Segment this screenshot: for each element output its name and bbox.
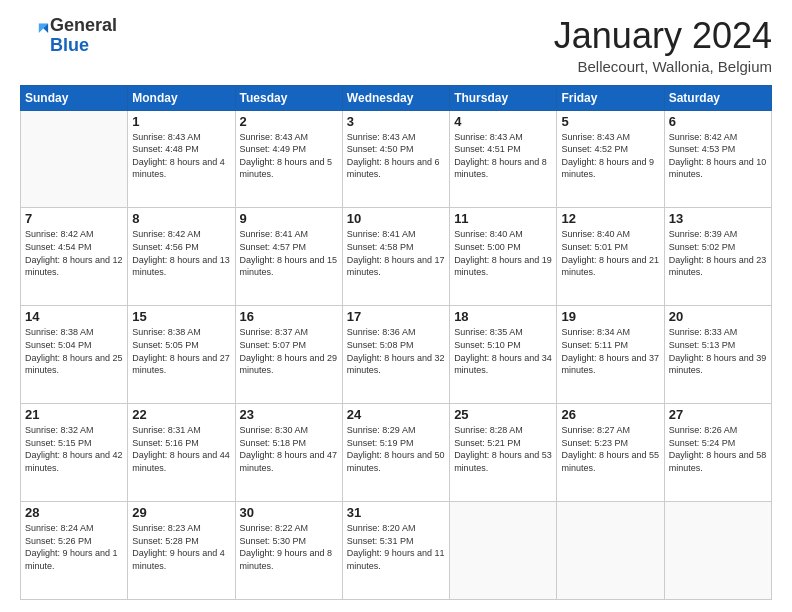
day-info: Sunrise: 8:28 AM Sunset: 5:21 PM Dayligh…	[454, 424, 552, 474]
day-number: 27	[669, 407, 767, 422]
table-row: 14Sunrise: 8:38 AM Sunset: 5:04 PM Dayli…	[21, 306, 128, 404]
calendar-header-row: Sunday Monday Tuesday Wednesday Thursday…	[21, 85, 772, 110]
day-info: Sunrise: 8:43 AM Sunset: 4:51 PM Dayligh…	[454, 131, 552, 181]
col-thursday: Thursday	[450, 85, 557, 110]
day-info: Sunrise: 8:39 AM Sunset: 5:02 PM Dayligh…	[669, 228, 767, 278]
calendar-row: 21Sunrise: 8:32 AM Sunset: 5:15 PM Dayli…	[21, 404, 772, 502]
table-row: 15Sunrise: 8:38 AM Sunset: 5:05 PM Dayli…	[128, 306, 235, 404]
table-row: 28Sunrise: 8:24 AM Sunset: 5:26 PM Dayli…	[21, 502, 128, 600]
day-info: Sunrise: 8:43 AM Sunset: 4:48 PM Dayligh…	[132, 131, 230, 181]
table-row	[664, 502, 771, 600]
table-row: 21Sunrise: 8:32 AM Sunset: 5:15 PM Dayli…	[21, 404, 128, 502]
table-row: 5Sunrise: 8:43 AM Sunset: 4:52 PM Daylig…	[557, 110, 664, 208]
day-info: Sunrise: 8:24 AM Sunset: 5:26 PM Dayligh…	[25, 522, 123, 572]
day-info: Sunrise: 8:32 AM Sunset: 5:15 PM Dayligh…	[25, 424, 123, 474]
day-number: 20	[669, 309, 767, 324]
logo-general-text: General	[50, 15, 117, 35]
day-info: Sunrise: 8:42 AM Sunset: 4:54 PM Dayligh…	[25, 228, 123, 278]
table-row: 19Sunrise: 8:34 AM Sunset: 5:11 PM Dayli…	[557, 306, 664, 404]
table-row: 4Sunrise: 8:43 AM Sunset: 4:51 PM Daylig…	[450, 110, 557, 208]
day-number: 15	[132, 309, 230, 324]
day-number: 4	[454, 114, 552, 129]
calendar-row: 7Sunrise: 8:42 AM Sunset: 4:54 PM Daylig…	[21, 208, 772, 306]
table-row: 26Sunrise: 8:27 AM Sunset: 5:23 PM Dayli…	[557, 404, 664, 502]
table-row: 29Sunrise: 8:23 AM Sunset: 5:28 PM Dayli…	[128, 502, 235, 600]
day-info: Sunrise: 8:42 AM Sunset: 4:53 PM Dayligh…	[669, 131, 767, 181]
table-row: 10Sunrise: 8:41 AM Sunset: 4:58 PM Dayli…	[342, 208, 449, 306]
page: General Blue January 2024 Bellecourt, Wa…	[0, 0, 792, 612]
day-number: 22	[132, 407, 230, 422]
logo: General Blue	[20, 16, 117, 56]
day-number: 5	[561, 114, 659, 129]
calendar-row: 14Sunrise: 8:38 AM Sunset: 5:04 PM Dayli…	[21, 306, 772, 404]
col-saturday: Saturday	[664, 85, 771, 110]
day-number: 24	[347, 407, 445, 422]
day-number: 31	[347, 505, 445, 520]
day-info: Sunrise: 8:30 AM Sunset: 5:18 PM Dayligh…	[240, 424, 338, 474]
day-info: Sunrise: 8:40 AM Sunset: 5:00 PM Dayligh…	[454, 228, 552, 278]
table-row: 2Sunrise: 8:43 AM Sunset: 4:49 PM Daylig…	[235, 110, 342, 208]
day-info: Sunrise: 8:33 AM Sunset: 5:13 PM Dayligh…	[669, 326, 767, 376]
day-info: Sunrise: 8:27 AM Sunset: 5:23 PM Dayligh…	[561, 424, 659, 474]
table-row: 16Sunrise: 8:37 AM Sunset: 5:07 PM Dayli…	[235, 306, 342, 404]
day-info: Sunrise: 8:42 AM Sunset: 4:56 PM Dayligh…	[132, 228, 230, 278]
table-row: 12Sunrise: 8:40 AM Sunset: 5:01 PM Dayli…	[557, 208, 664, 306]
table-row: 23Sunrise: 8:30 AM Sunset: 5:18 PM Dayli…	[235, 404, 342, 502]
day-number: 19	[561, 309, 659, 324]
table-row: 22Sunrise: 8:31 AM Sunset: 5:16 PM Dayli…	[128, 404, 235, 502]
day-info: Sunrise: 8:20 AM Sunset: 5:31 PM Dayligh…	[347, 522, 445, 572]
day-number: 25	[454, 407, 552, 422]
title-block: January 2024 Bellecourt, Wallonia, Belgi…	[554, 16, 772, 75]
col-sunday: Sunday	[21, 85, 128, 110]
table-row: 9Sunrise: 8:41 AM Sunset: 4:57 PM Daylig…	[235, 208, 342, 306]
day-number: 8	[132, 211, 230, 226]
col-tuesday: Tuesday	[235, 85, 342, 110]
day-info: Sunrise: 8:43 AM Sunset: 4:49 PM Dayligh…	[240, 131, 338, 181]
table-row: 17Sunrise: 8:36 AM Sunset: 5:08 PM Dayli…	[342, 306, 449, 404]
col-friday: Friday	[557, 85, 664, 110]
day-number: 18	[454, 309, 552, 324]
day-info: Sunrise: 8:31 AM Sunset: 5:16 PM Dayligh…	[132, 424, 230, 474]
calendar-table: Sunday Monday Tuesday Wednesday Thursday…	[20, 85, 772, 600]
table-row: 8Sunrise: 8:42 AM Sunset: 4:56 PM Daylig…	[128, 208, 235, 306]
calendar-row: 1Sunrise: 8:43 AM Sunset: 4:48 PM Daylig…	[21, 110, 772, 208]
table-row: 18Sunrise: 8:35 AM Sunset: 5:10 PM Dayli…	[450, 306, 557, 404]
table-row: 7Sunrise: 8:42 AM Sunset: 4:54 PM Daylig…	[21, 208, 128, 306]
day-info: Sunrise: 8:38 AM Sunset: 5:04 PM Dayligh…	[25, 326, 123, 376]
day-info: Sunrise: 8:22 AM Sunset: 5:30 PM Dayligh…	[240, 522, 338, 572]
day-info: Sunrise: 8:29 AM Sunset: 5:19 PM Dayligh…	[347, 424, 445, 474]
day-number: 12	[561, 211, 659, 226]
day-info: Sunrise: 8:40 AM Sunset: 5:01 PM Dayligh…	[561, 228, 659, 278]
col-wednesday: Wednesday	[342, 85, 449, 110]
day-number: 6	[669, 114, 767, 129]
month-title: January 2024	[554, 16, 772, 56]
location-text: Bellecourt, Wallonia, Belgium	[554, 58, 772, 75]
table-row: 6Sunrise: 8:42 AM Sunset: 4:53 PM Daylig…	[664, 110, 771, 208]
table-row	[450, 502, 557, 600]
day-info: Sunrise: 8:38 AM Sunset: 5:05 PM Dayligh…	[132, 326, 230, 376]
day-number: 3	[347, 114, 445, 129]
day-info: Sunrise: 8:23 AM Sunset: 5:28 PM Dayligh…	[132, 522, 230, 572]
table-row: 1Sunrise: 8:43 AM Sunset: 4:48 PM Daylig…	[128, 110, 235, 208]
day-info: Sunrise: 8:37 AM Sunset: 5:07 PM Dayligh…	[240, 326, 338, 376]
day-number: 2	[240, 114, 338, 129]
day-number: 23	[240, 407, 338, 422]
day-info: Sunrise: 8:43 AM Sunset: 4:50 PM Dayligh…	[347, 131, 445, 181]
day-number: 29	[132, 505, 230, 520]
table-row: 25Sunrise: 8:28 AM Sunset: 5:21 PM Dayli…	[450, 404, 557, 502]
table-row: 30Sunrise: 8:22 AM Sunset: 5:30 PM Dayli…	[235, 502, 342, 600]
day-number: 17	[347, 309, 445, 324]
day-number: 7	[25, 211, 123, 226]
table-row: 13Sunrise: 8:39 AM Sunset: 5:02 PM Dayli…	[664, 208, 771, 306]
table-row: 11Sunrise: 8:40 AM Sunset: 5:00 PM Dayli…	[450, 208, 557, 306]
day-info: Sunrise: 8:41 AM Sunset: 4:58 PM Dayligh…	[347, 228, 445, 278]
logo-icon	[22, 20, 50, 48]
day-info: Sunrise: 8:34 AM Sunset: 5:11 PM Dayligh…	[561, 326, 659, 376]
table-row: 31Sunrise: 8:20 AM Sunset: 5:31 PM Dayli…	[342, 502, 449, 600]
table-row: 27Sunrise: 8:26 AM Sunset: 5:24 PM Dayli…	[664, 404, 771, 502]
day-number: 30	[240, 505, 338, 520]
day-number: 26	[561, 407, 659, 422]
table-row: 20Sunrise: 8:33 AM Sunset: 5:13 PM Dayli…	[664, 306, 771, 404]
day-number: 10	[347, 211, 445, 226]
table-row: 24Sunrise: 8:29 AM Sunset: 5:19 PM Dayli…	[342, 404, 449, 502]
